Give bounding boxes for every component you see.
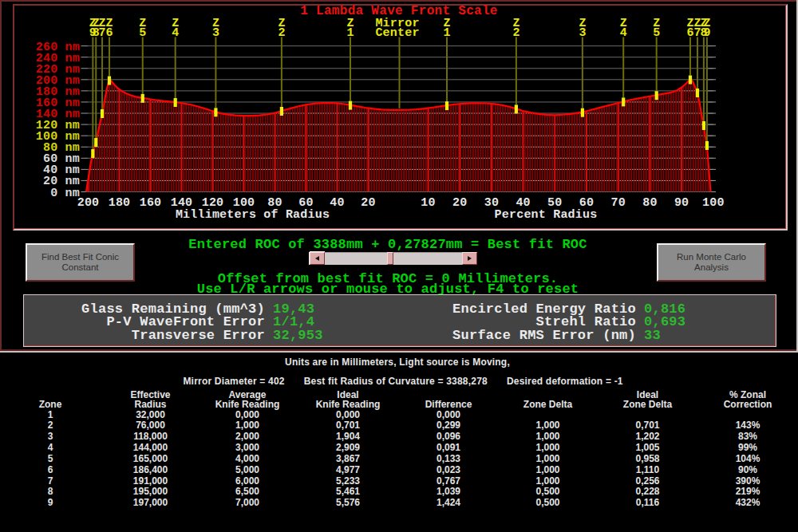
table-cell-r8-c5: 0,500	[496, 487, 600, 496]
table-cell-r2-c2: 1,000	[196, 420, 299, 430]
table-cell-r7-c7: 390%	[696, 476, 798, 486]
table-cell-r3-c1: 118,000	[99, 432, 203, 441]
table-cell-r5-c1: 165,000	[99, 454, 203, 463]
adjust-hint-text: Use L/R arrows or mouse to adjust, F4 to…	[2, 284, 774, 295]
find-best-fit-conic-button[interactable]: Find Best Fit Conic Constant	[26, 243, 135, 282]
left-arrow-icon	[315, 256, 319, 261]
main-window: Entered ROC of 3388mm + 0,27827mm = Best…	[0, 0, 798, 351]
table-header-line2-col0: Zone	[0, 400, 102, 409]
table-cell-r5-c3: 3,867	[296, 454, 400, 463]
find-best-fit-conic-button-line1: Find Best Fit Conic	[27, 252, 133, 262]
table-cell-r8-c0: 8	[0, 487, 102, 496]
table-cell-r7-c3: 5,233	[296, 476, 400, 486]
table-cell-r4-c3: 2,909	[296, 443, 400, 452]
stat-label: Surface RMS Error (nm)	[452, 329, 636, 342]
table-cell-r6-c5: 1,000	[496, 465, 600, 475]
scrollbar-thumb[interactable]	[387, 252, 393, 265]
table-cell-r5-c0: 5	[0, 454, 102, 463]
table-header-line2-col2: Knife Reading	[196, 400, 299, 409]
table-cell-r5-c4: 0,133	[397, 454, 500, 463]
units-info-text: Units are in Millimeters, Light source i…	[0, 357, 795, 367]
table-cell-r2-c4: 0,299	[397, 420, 500, 430]
table-cell-r9-c4: 1,424	[397, 498, 500, 507]
table-cell-r4-c2: 3,000	[196, 443, 299, 452]
table-cell-r5-c5: 1,000	[496, 454, 600, 463]
table-cell-r5-c6: 0,958	[596, 454, 700, 463]
table-cell-r6-c6: 1,110	[596, 465, 700, 475]
stat-value: 0,693	[644, 315, 685, 329]
table-header-line2-col4: Difference	[397, 400, 500, 409]
scrollbar-left-arrow-button[interactable]	[310, 252, 325, 265]
table-cell-r6-c1: 186,400	[99, 465, 203, 475]
table-cell-r5-c2: 4,000	[196, 454, 299, 463]
table-header-line2-col1: Radius	[99, 400, 203, 409]
table-header-line1-col1: Effective	[99, 390, 203, 400]
table-header-line2-col7: Correction	[696, 400, 798, 409]
table-cell-r3-c3: 1,904	[296, 432, 400, 441]
table-cell-r9-c6: 0,116	[596, 498, 700, 507]
table-cell-r3-c7: 83%	[696, 432, 798, 441]
table-cell-r7-c5: 1,000	[496, 476, 600, 486]
table-cell-r7-c1: 191,000	[99, 476, 203, 486]
table-cell-r3-c6: 1,202	[596, 432, 700, 441]
table-cell-r7-c2: 6,000	[196, 476, 299, 486]
run-monte-carlo-button[interactable]: Run Monte Carlo Analysis	[657, 243, 766, 282]
stat-row-right-1: Strehl Ratio0,693	[24, 315, 776, 329]
run-monte-carlo-button-line1: Run Monte Carlo	[658, 252, 764, 262]
table-header-line1-col3: Ideal	[296, 390, 400, 400]
table-cell-r6-c4: 0,023	[397, 465, 500, 475]
table-cell-r3-c5: 1,000	[496, 432, 600, 441]
right-arrow-icon	[468, 256, 472, 261]
table-header-line1-col6: Ideal	[596, 390, 700, 400]
table-cell-r2-c0: 2	[0, 420, 102, 430]
scrollbar-right-arrow-button[interactable]	[462, 252, 477, 265]
table-cell-r1-c2: 0,000	[196, 410, 299, 420]
table-cell-r7-c4: 0,767	[397, 476, 500, 486]
table-cell-r9-c7: 432%	[696, 498, 798, 507]
table-cell-r4-c1: 144,000	[99, 443, 203, 452]
table-cell-r2-c3: 0,701	[296, 420, 400, 430]
table-cell-r4-c6: 1,005	[596, 443, 700, 452]
table-cell-r1-c4: 0,000	[397, 410, 500, 420]
table-cell-r1-c0: 1	[0, 410, 102, 420]
table-cell-r2-c1: 76,000	[99, 420, 203, 430]
table-cell-r8-c4: 1,039	[397, 487, 500, 496]
table-cell-r5-c7: 104%	[696, 454, 798, 463]
table-cell-r6-c3: 4,977	[296, 465, 400, 475]
table-cell-r4-c4: 0,091	[397, 443, 500, 452]
table-header-line2-col6: Zone Delta	[596, 400, 700, 409]
roc-adjust-scrollbar[interactable]	[310, 252, 477, 265]
table-cell-r8-c2: 6,500	[196, 487, 299, 496]
table-cell-r7-c0: 7	[0, 476, 102, 486]
table-cell-r2-c5: 1,000	[496, 420, 600, 430]
table-header-line1-col7: % Zonal	[696, 390, 798, 400]
run-monte-carlo-button-line2: Analysis	[658, 262, 764, 273]
stat-value: 33	[644, 329, 661, 342]
table-cell-r6-c7: 90%	[696, 465, 798, 475]
table-cell-r2-c7: 143%	[696, 420, 798, 430]
window-bottom-highlight	[0, 351, 798, 353]
table-cell-r4-c7: 99%	[696, 443, 798, 452]
mirror-diameter-text: Mirror Diameter = 402	[183, 376, 284, 387]
zone-table-area: Units are in Millimeters, Light source i…	[0, 353, 798, 532]
table-cell-r3-c0: 3	[0, 432, 102, 441]
table-cell-r1-c3: 0,000	[296, 410, 400, 420]
stat-label: Strehl Ratio	[536, 315, 636, 329]
table-cell-r8-c1: 195,000	[99, 487, 203, 496]
table-cell-r8-c7: 219%	[696, 487, 798, 496]
table-cell-r6-c0: 6	[0, 465, 102, 475]
wavefront-chart-panel	[13, 4, 788, 231]
table-cell-r3-c2: 2,000	[196, 432, 299, 441]
table-cell-r9-c2: 7,000	[196, 498, 299, 507]
table-header-line2-col3: Knife Reading	[296, 400, 400, 409]
stat-row-right-2: Surface RMS Error (nm)33	[24, 329, 776, 342]
statistics-panel: Glass Remaining (mm^3)19,43P-V WaveFront…	[23, 294, 776, 347]
table-cell-r6-c2: 5,000	[196, 465, 299, 475]
table-cell-r9-c1: 197,000	[99, 498, 203, 507]
screen: { "chart_data": { "type": "area", "title…	[0, 0, 798, 532]
table-cell-r4-c0: 4	[0, 443, 102, 452]
desired-deformation-text: Desired deformation = -1	[507, 376, 623, 387]
table-cell-r8-c6: 0,228	[596, 487, 700, 496]
best-fit-roc-text: Best fit Radius of Curvature = 3388,278	[304, 376, 488, 387]
table-cell-r9-c5: 0,500	[496, 498, 600, 507]
